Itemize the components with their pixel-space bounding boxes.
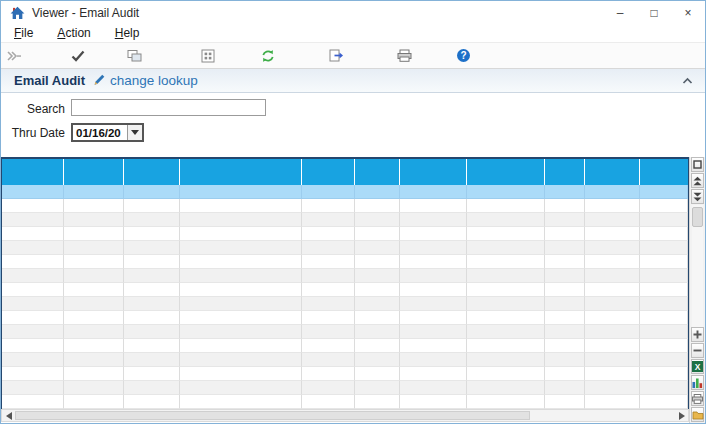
toolbar-print-button[interactable] (397, 43, 417, 68)
table-row[interactable] (2, 283, 688, 297)
toolbar-misc-button[interactable] (201, 43, 220, 68)
toolbar-export-button[interactable] (329, 43, 349, 68)
table-cell (545, 353, 585, 367)
table-row[interactable] (2, 353, 688, 367)
toolbar-display-button[interactable] (127, 43, 147, 68)
remove-row-button[interactable] (691, 343, 704, 358)
table-cell (585, 283, 640, 297)
column-header-buyer-id[interactable] (585, 159, 640, 185)
table-row[interactable] (2, 227, 688, 241)
table-row[interactable] (2, 381, 688, 395)
table-cell (64, 311, 124, 325)
open-folder-button[interactable] (691, 407, 704, 422)
maximize-button[interactable]: □ (637, 1, 671, 24)
table-cell (545, 269, 585, 283)
table-cell (2, 255, 64, 269)
table-cell (180, 381, 302, 395)
table-cell (124, 367, 180, 381)
scroll-right-button[interactable] (675, 410, 688, 421)
table-cell (180, 325, 302, 339)
hscroll-thumb[interactable] (15, 411, 530, 420)
table-row[interactable] (2, 213, 688, 227)
table-row[interactable] (2, 325, 688, 339)
scroll-to-bottom-button[interactable] (691, 189, 704, 204)
table-cell (2, 241, 64, 255)
column-header-p-o-ref[interactable] (545, 159, 585, 185)
table-cell (2, 283, 64, 297)
column-header-vendor-code[interactable] (355, 159, 400, 185)
table-cell (640, 339, 688, 353)
table-cell (2, 297, 64, 311)
search-input[interactable] (71, 99, 266, 116)
table-cell (302, 325, 355, 339)
menu-action[interactable]: Action (57, 26, 90, 40)
table-cell (64, 241, 124, 255)
column-header-p-o-number[interactable] (467, 159, 545, 185)
column-header-source[interactable] (640, 159, 688, 185)
table-row[interactable] (2, 311, 688, 325)
page-title: Email Audit (14, 73, 85, 88)
column-header-vendor-name[interactable] (400, 159, 467, 185)
add-row-button[interactable] (691, 327, 704, 342)
table-cell (585, 185, 640, 199)
table-row[interactable] (2, 185, 688, 199)
change-lookup-link[interactable]: change lookup (93, 72, 198, 90)
toolbar-select-button[interactable] (71, 43, 90, 68)
thru-date-dropdown[interactable]: 01/16/20 (71, 123, 144, 142)
column-header-p-o-store[interactable] (302, 159, 355, 185)
scroll-left-button[interactable] (2, 410, 15, 421)
table-cell (2, 325, 64, 339)
grid-window-button[interactable] (691, 157, 704, 172)
chart-button[interactable] (691, 375, 704, 390)
table-cell (585, 367, 640, 381)
table-row[interactable] (2, 395, 688, 409)
table-cell (400, 255, 467, 269)
table-row[interactable] (2, 241, 688, 255)
column-header-sent-to[interactable] (180, 159, 302, 185)
minimize-button[interactable]: – (603, 1, 637, 24)
table-cell (355, 269, 400, 283)
table-cell (64, 381, 124, 395)
table-cell (2, 367, 64, 381)
table-cell (355, 311, 400, 325)
table-cell (640, 241, 688, 255)
horizontal-scrollbar[interactable] (1, 409, 689, 422)
close-button[interactable]: × (671, 1, 705, 24)
table-row[interactable] (2, 269, 688, 283)
menu-bar: FileActionHelp (1, 24, 705, 43)
table-cell (640, 353, 688, 367)
column-header-date[interactable] (2, 159, 64, 185)
menu-file[interactable]: File (14, 26, 33, 40)
table-cell (467, 339, 545, 353)
column-header-doc-type[interactable] (124, 159, 180, 185)
vertical-scrollbar-thumb[interactable] (692, 207, 703, 227)
table-row[interactable] (2, 297, 688, 311)
collapse-panel-button[interactable] (682, 77, 693, 85)
dropdown-arrow-button[interactable] (127, 125, 142, 140)
table-cell (467, 227, 545, 241)
excel-export-button[interactable]: X (691, 359, 704, 374)
table-row[interactable] (2, 255, 688, 269)
open-folder-icon (692, 410, 704, 420)
export-icon (329, 49, 344, 62)
scroll-to-top-button[interactable] (691, 173, 704, 188)
toolbar-help-button[interactable]: ? (457, 43, 475, 68)
table-cell (302, 381, 355, 395)
drill-icon (7, 51, 22, 61)
table-row[interactable] (2, 367, 688, 381)
table-cell (302, 255, 355, 269)
print-grid-button[interactable] (691, 391, 704, 406)
menu-help[interactable]: Help (115, 26, 140, 40)
table-cell (302, 395, 355, 409)
vertical-scrollbar-track[interactable] (692, 205, 703, 327)
table-cell (2, 311, 64, 325)
hscroll-track[interactable] (15, 410, 675, 421)
column-header-time[interactable] (64, 159, 124, 185)
table-row[interactable] (2, 199, 688, 213)
add-row-icon (693, 330, 702, 339)
toolbar-refresh-button[interactable] (261, 43, 280, 68)
table-row[interactable] (2, 339, 688, 353)
table-cell (64, 283, 124, 297)
table-cell (124, 381, 180, 395)
table-cell (180, 199, 302, 213)
